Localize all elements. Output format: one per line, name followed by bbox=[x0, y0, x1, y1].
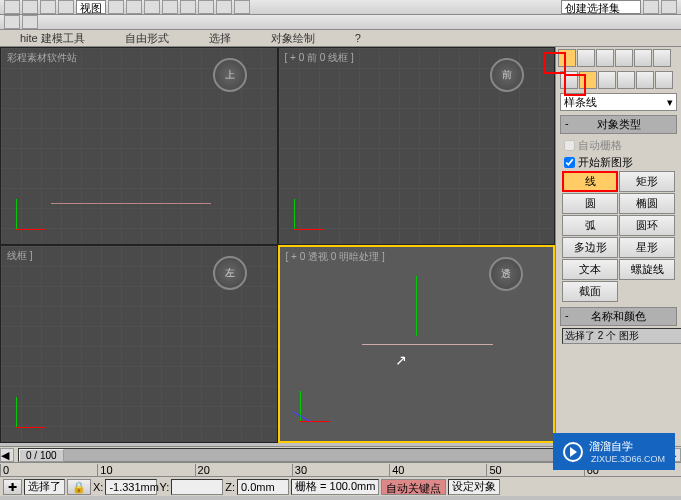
star-button[interactable]: 星形 bbox=[619, 237, 675, 258]
tool-icon[interactable] bbox=[661, 0, 677, 14]
viewport-perspective[interactable]: [ + 0 透视 0 明暗处理 ] 透 bbox=[278, 245, 556, 443]
viewport-left[interactable]: 线框 ] 左 bbox=[0, 245, 278, 443]
lock-icon[interactable]: 🔒 bbox=[67, 479, 91, 495]
line-button[interactable]: 线 bbox=[562, 171, 618, 192]
tool-icon[interactable] bbox=[22, 15, 38, 29]
cameras-icon[interactable] bbox=[617, 71, 635, 89]
tool-icon[interactable] bbox=[58, 0, 74, 14]
create-category-row bbox=[556, 69, 681, 91]
view-dropdown[interactable]: 视图 bbox=[76, 0, 106, 14]
menu-selection[interactable]: 选择 bbox=[189, 29, 251, 48]
grid-status: 栅格 = 100.0mm bbox=[291, 479, 379, 495]
play-icon bbox=[563, 442, 583, 462]
modify-tab-icon[interactable] bbox=[577, 49, 595, 67]
helix-button[interactable]: 螺旋线 bbox=[619, 259, 675, 280]
chevron-down-icon: ▾ bbox=[667, 96, 673, 109]
circle-button[interactable]: 圆 bbox=[562, 193, 618, 214]
ellipse-button[interactable]: 椭圆 bbox=[619, 193, 675, 214]
tool-icon[interactable] bbox=[643, 0, 659, 14]
ruler-tick: 0 bbox=[0, 464, 97, 476]
time-thumb[interactable]: 0 / 100 bbox=[19, 449, 64, 462]
lights-icon[interactable] bbox=[598, 71, 616, 89]
viewport-front[interactable]: [ + 0 前 0 线框 ] 前 bbox=[278, 47, 556, 245]
status-icon[interactable]: ✚ bbox=[3, 479, 22, 495]
arc-button[interactable]: 弧 bbox=[562, 215, 618, 236]
rollout-object-type-body: 自动栅格 开始新图形 线 矩形 圆 椭圆 弧 圆环 多边形 星形 文本 螺旋线 … bbox=[560, 134, 677, 305]
watermark-title: 溜溜自学 bbox=[589, 439, 665, 454]
geometry-icon[interactable] bbox=[560, 71, 578, 89]
viewport-label: [ + 0 透视 0 明暗处理 ] bbox=[286, 250, 385, 264]
rollout-name-color-body bbox=[560, 326, 677, 346]
z-coord-field[interactable]: 0.0mm bbox=[237, 479, 289, 495]
start-new-shape-checkbox[interactable] bbox=[564, 157, 575, 168]
autogrid-label: 自动栅格 bbox=[578, 138, 622, 153]
watermark: 溜溜自学 ZIXUE.3D66.COM bbox=[553, 433, 675, 470]
x-label: X: bbox=[93, 481, 103, 493]
start-new-shape-label: 开始新图形 bbox=[578, 155, 633, 170]
y-coord-field[interactable] bbox=[171, 479, 223, 495]
rectangle-button[interactable]: 矩形 bbox=[619, 171, 675, 192]
viewport-top[interactable]: 彩程素材软件站 上 bbox=[0, 47, 278, 245]
viewcube-icon[interactable]: 前 bbox=[490, 58, 524, 92]
set-key-status: 设定对象 bbox=[448, 479, 500, 495]
create-tab-icon[interactable] bbox=[558, 49, 576, 67]
viewcube-icon[interactable]: 上 bbox=[213, 58, 247, 92]
menu-help[interactable]: ? bbox=[335, 30, 381, 46]
combo-text: 样条线 bbox=[564, 95, 597, 110]
tool-icon[interactable] bbox=[4, 15, 20, 29]
motion-tab-icon[interactable] bbox=[615, 49, 633, 67]
viewports: 彩程素材软件站 上 [ + 0 前 0 线框 ] 前 线框 ] 左 [ + 0 … bbox=[0, 47, 555, 446]
viewport-label: 彩程素材软件站 bbox=[7, 51, 77, 65]
tool-icon[interactable] bbox=[126, 0, 142, 14]
tool-icon[interactable] bbox=[4, 0, 20, 14]
tool-icon[interactable] bbox=[162, 0, 178, 14]
spacewarps-icon[interactable] bbox=[655, 71, 673, 89]
ribbon-menu: hite 建模工具 自由形式 选择 对象绘制 ? bbox=[0, 30, 681, 47]
selection-status: 选择了 bbox=[24, 479, 65, 495]
watermark-sub: ZIXUE.3D66.COM bbox=[591, 454, 665, 464]
hierarchy-tab-icon[interactable] bbox=[596, 49, 614, 67]
menu-freeform[interactable]: 自由形式 bbox=[105, 29, 189, 48]
donut-button[interactable]: 圆环 bbox=[619, 215, 675, 236]
create-selection-set[interactable]: 创建选择集 bbox=[561, 0, 641, 14]
autogrid-checkbox[interactable] bbox=[564, 140, 575, 151]
menu-modeling-tools[interactable]: hite 建模工具 bbox=[0, 29, 105, 48]
command-panel: 样条线 ▾ 对象类型 自动栅格 开始新图形 线 矩形 圆 椭圆 弧 圆环 多边形… bbox=[555, 47, 681, 446]
tool-icon[interactable] bbox=[234, 0, 250, 14]
prev-key-icon[interactable]: ◀ bbox=[0, 448, 14, 462]
ngon-button[interactable]: 多边形 bbox=[562, 237, 618, 258]
tool-icon[interactable] bbox=[22, 0, 38, 14]
display-tab-icon[interactable] bbox=[634, 49, 652, 67]
viewport-label: 线框 ] bbox=[7, 249, 33, 263]
y-label: Y: bbox=[159, 481, 169, 493]
object-name-input[interactable] bbox=[562, 328, 681, 344]
z-label: Z: bbox=[225, 481, 235, 493]
text-button[interactable]: 文本 bbox=[562, 259, 618, 280]
shape-type-combo[interactable]: 样条线 ▾ bbox=[560, 93, 677, 111]
viewcube-icon[interactable]: 左 bbox=[213, 256, 247, 290]
ruler-tick: 40 bbox=[389, 464, 486, 476]
tool-icon[interactable] bbox=[198, 0, 214, 14]
main-area: 彩程素材软件站 上 [ + 0 前 0 线框 ] 前 线框 ] 左 [ + 0 … bbox=[0, 47, 681, 446]
tool-icon[interactable] bbox=[216, 0, 232, 14]
tool-icon[interactable] bbox=[144, 0, 160, 14]
menu-object-paint[interactable]: 对象绘制 bbox=[251, 29, 335, 48]
viewport-label: [ + 0 前 0 线框 ] bbox=[285, 51, 354, 65]
tool-icon[interactable] bbox=[180, 0, 196, 14]
ruler-tick: 20 bbox=[195, 464, 292, 476]
command-panel-tabs bbox=[556, 47, 681, 69]
x-coord-field[interactable]: -1.331mm bbox=[105, 479, 157, 495]
utilities-tab-icon[interactable] bbox=[653, 49, 671, 67]
tool-icon[interactable] bbox=[40, 0, 56, 14]
section-button[interactable]: 截面 bbox=[562, 281, 618, 302]
viewcube-icon[interactable]: 透 bbox=[489, 257, 523, 291]
rollout-name-color[interactable]: 名称和颜色 bbox=[560, 307, 677, 326]
toolbar-top: 视图 创建选择集 bbox=[0, 0, 681, 15]
shapes-icon[interactable] bbox=[579, 71, 597, 89]
helpers-icon[interactable] bbox=[636, 71, 654, 89]
rollout-object-type[interactable]: 对象类型 bbox=[560, 115, 677, 134]
ruler-tick: 30 bbox=[292, 464, 389, 476]
ruler-tick: 10 bbox=[97, 464, 194, 476]
tool-icon[interactable] bbox=[108, 0, 124, 14]
auto-key-button[interactable]: 自动关键点 bbox=[381, 479, 446, 495]
